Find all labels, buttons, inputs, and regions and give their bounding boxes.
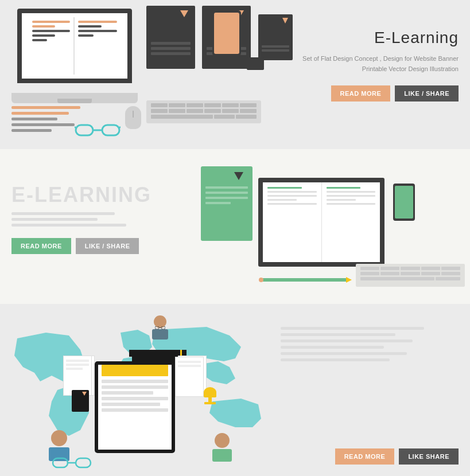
s2tl-3 bbox=[11, 224, 126, 227]
kb-key bbox=[240, 109, 257, 113]
s1-subtitle: Set of Flat Design Concept , Design for … bbox=[281, 54, 459, 74]
tl-3 bbox=[11, 118, 57, 120]
book-dark-1 bbox=[146, 6, 195, 69]
s1-read-more-button[interactable]: READ MORE bbox=[331, 85, 391, 102]
s3-content-line-6 bbox=[102, 408, 168, 412]
gbl-3 bbox=[205, 197, 248, 199]
s2kb-key bbox=[441, 272, 460, 275]
s2-read-more-button[interactable]: READ MorE bbox=[11, 238, 71, 254]
s2kb-row-3 bbox=[360, 277, 460, 280]
s3-screen bbox=[95, 361, 175, 453]
open-book-laptop bbox=[29, 17, 121, 75]
book-lines bbox=[151, 42, 191, 57]
prb-body bbox=[212, 449, 232, 462]
obr-3 bbox=[327, 195, 376, 197]
map-book bbox=[72, 390, 89, 412]
trophy-cup bbox=[204, 387, 216, 397]
kb-key bbox=[169, 109, 185, 113]
s3-read-more-button[interactable]: READ MORE bbox=[335, 448, 395, 465]
trophy bbox=[204, 387, 216, 404]
s3tl-5 bbox=[281, 352, 407, 355]
tl-4 bbox=[11, 123, 75, 126]
doc-stack-right bbox=[175, 356, 204, 436]
doc-line bbox=[66, 364, 89, 366]
glasses-bottom bbox=[52, 456, 92, 473]
s3tl-3 bbox=[281, 340, 413, 342]
book-line-r4 bbox=[78, 34, 94, 37]
obl-1 bbox=[267, 187, 302, 189]
s2-big-title: E-LEARNING bbox=[11, 184, 184, 206]
s2kb-key bbox=[401, 267, 419, 270]
mouse-illustration bbox=[125, 106, 141, 129]
ob-left-page bbox=[263, 182, 322, 262]
svg-rect-6 bbox=[161, 326, 165, 329]
s3-content-line-4 bbox=[102, 397, 168, 400]
book-line-5 bbox=[32, 39, 47, 41]
s1-like-share-button[interactable]: LIKE / SHARE bbox=[395, 85, 459, 102]
s1-subtitle-line1: Set of Flat Design Concept , Design for … bbox=[281, 54, 459, 64]
s3-content-line-1 bbox=[102, 380, 168, 383]
kb-key bbox=[240, 103, 257, 107]
kb-key bbox=[222, 109, 239, 113]
laptop-illustration bbox=[11, 9, 138, 103]
s2kb-key bbox=[421, 272, 440, 275]
book-line-2 bbox=[32, 25, 55, 28]
doc-page-front-r bbox=[175, 357, 204, 397]
s3-buttons: READ MORE LIKe ShaRE bbox=[335, 448, 459, 465]
bil-3 bbox=[151, 52, 191, 55]
obr-2 bbox=[327, 191, 376, 193]
kb-key bbox=[222, 103, 239, 107]
s2tl-2 bbox=[11, 218, 98, 221]
tl-5 bbox=[11, 129, 52, 132]
svg-rect-8 bbox=[53, 458, 68, 467]
person-head-top bbox=[154, 315, 166, 328]
ob-cover bbox=[258, 178, 384, 267]
kb-key bbox=[169, 103, 185, 107]
kb-key bbox=[187, 103, 203, 107]
tl-2 bbox=[11, 112, 69, 115]
bil-1 bbox=[151, 42, 191, 45]
s1-buttons: READ MORE LIKE / SHARE bbox=[281, 85, 459, 102]
glasses-illustration bbox=[75, 120, 121, 138]
s1-subtitle-line2: Printable Vector Design Illustration bbox=[281, 64, 459, 75]
s2kb-rows bbox=[356, 264, 465, 285]
ob-right-page bbox=[322, 182, 380, 262]
s2kb-key bbox=[441, 267, 460, 270]
s3-like-share-button[interactable]: LIKe ShaRE bbox=[399, 448, 459, 465]
s2kb-key bbox=[401, 272, 419, 275]
s3-main-device bbox=[89, 361, 181, 465]
book-left-page bbox=[29, 17, 75, 75]
kb-key bbox=[204, 103, 221, 107]
obr-4 bbox=[327, 199, 356, 201]
doc-line bbox=[66, 368, 83, 370]
laptop-screen bbox=[17, 9, 132, 83]
s1-title: E-Learning bbox=[281, 29, 459, 47]
plb-head bbox=[51, 430, 67, 446]
book-line-r3 bbox=[78, 30, 117, 32]
s3tl-6 bbox=[281, 358, 390, 361]
gbl-4 bbox=[205, 202, 231, 204]
s2kb-key bbox=[360, 267, 379, 270]
s2-title-area: E-LEARNING READ MorE LIKE / SHARE bbox=[11, 184, 184, 254]
svg-rect-5 bbox=[155, 326, 159, 329]
s2kb-key bbox=[380, 267, 399, 270]
kb-key bbox=[151, 109, 168, 113]
s3-content-line-5 bbox=[102, 403, 160, 406]
obl-2 bbox=[267, 191, 317, 193]
obr-1 bbox=[327, 187, 361, 189]
kb-key bbox=[214, 115, 235, 119]
trophy-stem bbox=[208, 397, 212, 402]
ob-pages bbox=[263, 182, 380, 262]
s3-content-line-2 bbox=[102, 385, 168, 389]
pencil bbox=[261, 278, 347, 282]
s2kb-row-2 bbox=[360, 272, 460, 275]
obl-5 bbox=[267, 203, 317, 205]
s2kb-key bbox=[380, 272, 399, 275]
green-book-inner bbox=[205, 186, 248, 207]
kb-row-1 bbox=[151, 103, 257, 107]
laptop-screen-inner bbox=[22, 13, 127, 79]
book-line-r2 bbox=[78, 25, 102, 28]
s2kb-row-1 bbox=[360, 267, 460, 270]
s2-like-share-button[interactable]: LIKE / SHARE bbox=[76, 238, 139, 254]
kb-row-2 bbox=[151, 109, 257, 113]
